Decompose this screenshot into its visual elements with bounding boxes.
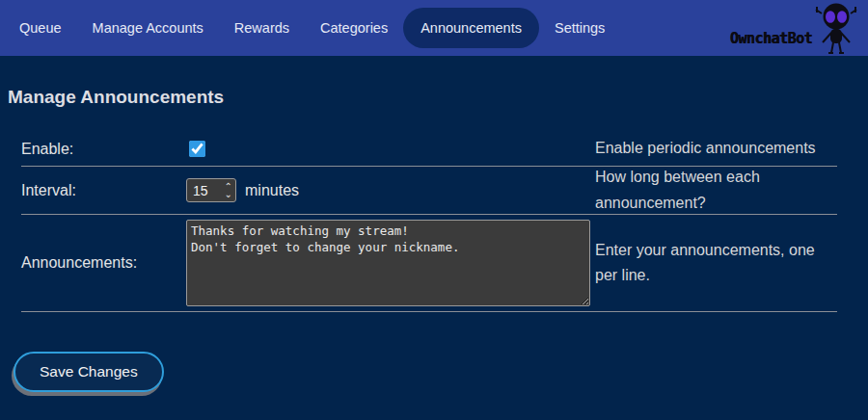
- form-row-announcements: Announcements: Thanks for watching my st…: [21, 215, 837, 312]
- interval-value: 15: [193, 183, 208, 198]
- interval-label: Interval:: [21, 182, 186, 199]
- form-row-enable: Enable: Enable periodic announcements: [21, 132, 837, 167]
- ownchatbot-logo: OwnchatBot: [730, 0, 868, 56]
- stepper-down-icon[interactable]: ⌄: [225, 191, 232, 198]
- announcements-help-text: Enter your announcements, one per line.: [595, 238, 837, 289]
- interval-help-text: How long between each announcement?: [595, 165, 837, 216]
- page-title: Manage Announcements: [8, 87, 868, 108]
- nav-item-manage-accounts[interactable]: Manage Accounts: [77, 8, 219, 48]
- nav-item-categories[interactable]: Categories: [305, 8, 403, 48]
- interval-input[interactable]: 15 ⌃ ⌄: [186, 178, 236, 202]
- robot-mascot-icon: [814, 1, 858, 55]
- save-changes-button[interactable]: Save Changes: [14, 352, 164, 392]
- announcements-label: Announcements:: [21, 254, 186, 272]
- top-navigation: Queue Manage Accounts Rewards Categories…: [0, 0, 868, 56]
- nav-item-settings[interactable]: Settings: [539, 8, 620, 48]
- announcements-form: Enable: Enable periodic announcements In…: [21, 132, 837, 312]
- nav-item-announcements[interactable]: Announcements: [403, 8, 539, 48]
- enable-help-text: Enable periodic announcements: [595, 136, 837, 161]
- logo-wordmark: OwnchatBot: [730, 30, 812, 47]
- nav-item-queue[interactable]: Queue: [4, 8, 77, 48]
- interval-stepper: ⌃ ⌄: [225, 183, 232, 198]
- enable-label: Enable:: [21, 141, 186, 158]
- form-row-interval: Interval: 15 ⌃ ⌄ minutes How long betwee…: [21, 167, 837, 215]
- nav-item-rewards[interactable]: Rewards: [219, 8, 305, 48]
- interval-unit-label: minutes: [245, 182, 299, 199]
- enable-checkbox[interactable]: [189, 141, 205, 157]
- announcements-textarea[interactable]: Thanks for watching my stream! Don't for…: [186, 220, 590, 306]
